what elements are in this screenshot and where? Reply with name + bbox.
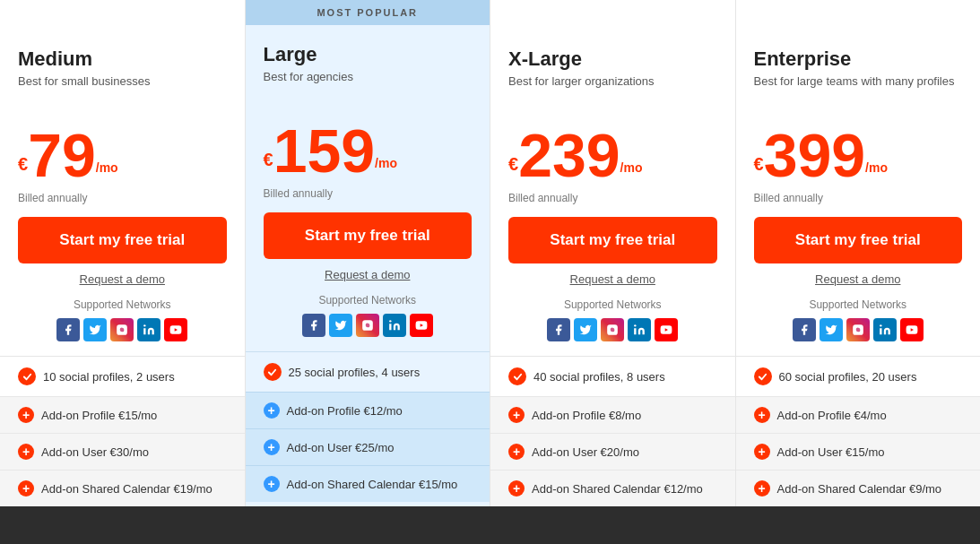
linkedin-icon [628,318,651,341]
check-icon [508,367,526,385]
billed-annually: Billed annually [0,190,245,217]
feature-profiles: 60 social profiles, 20 users [736,357,981,396]
addon-plus-icon: + [754,407,770,423]
currency-symbol: € [18,154,28,175]
addon-row-1[interactable]: + Add-on User €20/mo [490,433,735,470]
plan-price-area: € 239 /mo [490,116,735,190]
plan-name: X-Large [508,47,717,71]
addon-row-0[interactable]: + Add-on Profile €15/mo [0,396,245,433]
addon-plus-icon: + [754,480,770,497]
addon-row-2[interactable]: + Add-on Shared Calendar €9/mo [736,470,981,506]
cta-button[interactable]: Start my free trial [264,212,473,259]
cta-button[interactable]: Start my free trial [508,217,717,263]
plan-enterprise: Enterprise Best for large teams with man… [736,0,981,506]
addon-row-1[interactable]: + Add-on User €25/mo [246,428,490,465]
plan-medium: Medium Best for small businesses € 79 /m… [0,0,246,506]
addon-row-2[interactable]: + Add-on Shared Calendar €12/mo [490,470,735,506]
plan-desc: Best for agencies [264,70,473,102]
billed-annually: Billed annually [490,190,735,217]
addon-label: Add-on Profile €12/mo [287,404,403,418]
addon-row-1[interactable]: + Add-on User €30/mo [0,433,245,470]
supported-networks-label: Supported Networks [0,298,245,311]
plan-name: Enterprise [754,47,963,71]
addon-label: Add-on Profile €4/mo [777,409,887,422]
addon-row-2[interactable]: + Add-on Shared Calendar €19/mo [0,470,245,506]
plan-large: MOST POPULAR Large Best for agencies € 1… [246,0,491,506]
plan-header: Large Best for agencies [246,25,490,111]
supported-networks-label: Supported Networks [246,294,490,307]
currency-symbol: € [508,154,518,175]
cta-button[interactable]: Start my free trial [18,217,227,263]
addon-row-0[interactable]: + Add-on Profile €8/mo [490,396,735,433]
addon-plus-icon: + [508,407,525,423]
badge-spacer [490,0,735,30]
addon-label: Add-on Profile €15/mo [41,409,157,422]
instagram-icon [110,318,134,341]
facebook-icon [547,318,570,341]
linkedin-icon [873,318,897,341]
svg-point-6 [389,320,391,322]
facebook-icon [302,314,325,337]
svg-point-2 [143,324,145,326]
addon-row-1[interactable]: + Add-on User €15/mo [736,433,981,470]
check-icon [264,363,282,381]
social-icons [490,318,735,341]
check-icon [18,367,36,385]
linkedin-icon [383,314,406,337]
addon-row-2[interactable]: + Add-on Shared Calendar €15/mo [246,465,490,502]
addon-plus-icon: + [508,480,525,497]
profiles-text: 60 social profiles, 20 users [779,370,917,384]
addon-label: Add-on Shared Calendar €9/mo [777,482,942,496]
price-number: 79 [28,125,96,186]
facebook-icon [56,318,80,341]
social-icons [0,318,245,341]
youtube-icon [410,314,433,337]
profiles-text: 10 social profiles, 2 users [43,370,175,384]
social-icons [736,318,981,341]
cta-button[interactable]: Start my free trial [754,217,963,263]
request-demo-link[interactable]: Request a demo [0,272,245,286]
addon-row-0[interactable]: + Add-on Profile €4/mo [736,396,981,433]
addon-plus-icon: + [264,439,280,455]
plan-desc: Best for small businesses [18,74,227,107]
badge-spacer [736,0,981,30]
price-per: /mo [375,156,397,170]
supported-networks-label: Supported Networks [490,298,735,311]
price-per: /mo [865,160,888,175]
supported-networks-label: Supported Networks [736,298,981,311]
most-popular-badge: MOST POPULAR [246,0,490,25]
plan-price-area: € 399 /mo [736,116,981,190]
addon-label: Add-on User €25/mo [287,441,395,454]
feature-profiles: 40 social profiles, 8 users [490,357,735,396]
plan-desc: Best for larger organizations [508,74,717,107]
twitter-icon [329,314,352,337]
twitter-icon [820,318,843,341]
twitter-icon [574,318,597,341]
youtube-icon [655,318,678,341]
profiles-text: 40 social profiles, 8 users [533,370,665,384]
pricing-table: Medium Best for small businesses € 79 /m… [0,0,980,506]
price-number: 239 [518,125,620,186]
check-icon [754,367,772,385]
request-demo-link[interactable]: Request a demo [736,272,981,286]
instagram-icon [356,314,379,337]
price-number: 399 [764,125,865,186]
svg-point-10 [634,324,636,326]
request-demo-link[interactable]: Request a demo [490,272,735,286]
addon-plus-icon: + [18,407,34,423]
instagram-icon [846,318,870,341]
facebook-icon [793,318,816,341]
profiles-text: 25 social profiles, 4 users [289,366,421,379]
addon-plus-icon: + [508,444,525,460]
plan-price-area: € 79 /mo [0,116,245,190]
addon-label: Add-on Shared Calendar €15/mo [287,478,458,491]
addon-label: Add-on Shared Calendar €12/mo [532,482,703,496]
twitter-icon [83,318,107,341]
currency-symbol: € [754,154,764,175]
request-demo-link[interactable]: Request a demo [246,268,490,281]
price-per: /mo [620,160,643,175]
plan-header: Enterprise Best for large teams with man… [736,30,981,116]
addon-row-0[interactable]: + Add-on Profile €12/mo [246,392,490,428]
plan-header: Medium Best for small businesses [0,30,245,116]
addon-label: Add-on User €15/mo [777,445,885,459]
